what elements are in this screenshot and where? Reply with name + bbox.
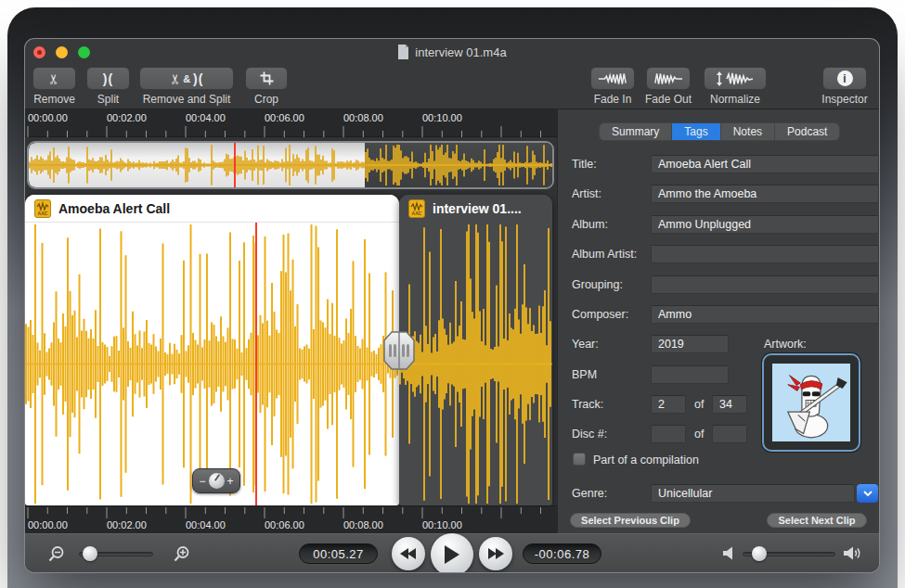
fade-out-icon (653, 71, 684, 86)
remove-and-split-tool[interactable]: ✂ & )( Remove and Split (139, 67, 234, 106)
ruler-label: 00:08.00 (343, 112, 383, 123)
waveform-editor: 00:00.00 00:02.00 00:04.00 00:06.00 00:0… (25, 109, 557, 533)
composer-field[interactable] (651, 305, 879, 324)
disc-of-label: of (694, 428, 704, 441)
overview-waveform-right (365, 143, 554, 189)
clip-waveform-area[interactable] (25, 223, 399, 505)
elapsed-time-display: 00:05.27 (299, 543, 378, 564)
split-icon: )( (193, 71, 203, 86)
track-number-field[interactable] (651, 395, 686, 414)
ruler-label: 00:00.00 (28, 112, 68, 123)
fade-out-tool[interactable]: Fade Out (646, 67, 691, 106)
clip-header[interactable]: AAC interview 01.... (399, 195, 552, 223)
clip-waveform-area[interactable] (399, 223, 552, 505)
compilation-checkbox[interactable] (573, 453, 586, 466)
gain-knob[interactable] (209, 473, 225, 489)
artist-field[interactable] (651, 185, 879, 203)
split-icon: )( (103, 71, 113, 86)
year-field[interactable] (651, 335, 729, 353)
ruler-label: 00:08.00 (343, 519, 383, 530)
timeline-ruler-bottom[interactable]: 00:00.00 00:02.00 00:04.00 00:06.00 00:0… (25, 505, 557, 533)
genre-field-label: Genre: (572, 487, 607, 500)
play-button[interactable] (431, 533, 473, 572)
ruler-label: 00:06.00 (265, 519, 304, 530)
clip-gain-control[interactable]: − + (192, 468, 240, 493)
disc-number-field[interactable] (651, 425, 686, 443)
info-icon: i (837, 70, 853, 86)
track-of-label: of (694, 398, 704, 411)
fade-out-label: Fade Out (645, 93, 692, 106)
ruler-label: 00:02.00 (107, 112, 147, 123)
genre-dropdown-button[interactable] (857, 484, 878, 503)
normalize-icon (715, 71, 756, 86)
clip-amoeba-alert-call[interactable]: AAC Amoeba Alert Call − + (25, 195, 399, 505)
zoom-out-icon[interactable] (47, 545, 65, 563)
rewind-button[interactable] (392, 537, 425, 570)
tab-bar: Summary Tags Notes Podcast (599, 122, 840, 141)
fade-in-tool[interactable]: Fade In (590, 67, 635, 106)
select-previous-clip-button[interactable]: Select Previous Clip (570, 513, 691, 528)
grouping-field[interactable] (651, 275, 879, 294)
timeline-ruler-top[interactable]: 00:00.00 00:02.00 00:04.00 00:06.00 00:0… (25, 109, 557, 137)
title-group: interview 01.m4a (25, 39, 879, 65)
playhead[interactable] (255, 223, 257, 505)
disc-total-field[interactable] (712, 425, 747, 443)
ruler-label: 00:10.00 (422, 519, 462, 530)
split-tool[interactable]: )( Split (86, 67, 130, 106)
composer-field-label: Composer: (572, 308, 628, 321)
tab-tags[interactable]: Tags (671, 123, 719, 140)
tab-podcast[interactable]: Podcast (774, 123, 839, 140)
ruler-label: 00:04.00 (186, 112, 226, 123)
disc-field-label: Disc #: (572, 428, 607, 441)
album-field[interactable] (651, 215, 879, 234)
play-icon (444, 544, 460, 565)
window-title: interview 01.m4a (415, 45, 506, 59)
chevron-down-icon (863, 491, 873, 496)
aac-file-icon: AAC (34, 199, 51, 218)
scissors-icon: ✂ (45, 72, 62, 84)
ruler-ticks (25, 124, 557, 136)
fast-forward-button[interactable] (479, 537, 512, 570)
tab-summary[interactable]: Summary (600, 123, 671, 140)
app-window: interview 01.m4a ✂ Remove )( Split ✂ & )… (25, 39, 879, 572)
album-artist-field[interactable] (651, 245, 879, 263)
svg-text:AAC: AAC (412, 211, 422, 216)
title-field[interactable] (651, 155, 879, 173)
volume-low-icon[interactable] (723, 546, 735, 560)
remove-tool[interactable]: ✂ Remove (32, 67, 76, 106)
ruler-label: 00:04.00 (186, 519, 226, 530)
select-next-clip-button[interactable]: Select Next Clip (767, 513, 867, 528)
inspector-tool[interactable]: i Inspector (822, 67, 867, 106)
genre-field[interactable] (651, 484, 855, 503)
artwork-label: Artwork: (764, 338, 807, 351)
svg-text:AAC: AAC (38, 211, 48, 216)
ruler-ticks (25, 506, 557, 518)
volume-high-icon[interactable] (844, 545, 862, 561)
clip-interview-01[interactable]: AAC interview 01.... (399, 195, 552, 505)
clip-split-handle[interactable] (382, 330, 416, 371)
gain-plus-label[interactable]: + (227, 475, 234, 488)
document-icon (397, 45, 409, 59)
rewind-icon (400, 547, 417, 560)
gain-minus-label[interactable]: − (199, 475, 205, 488)
zoom-in-icon[interactable] (173, 545, 190, 563)
remove-label: Remove (33, 93, 75, 106)
overview-strip[interactable] (27, 141, 554, 189)
inspector-panel: Summary Tags Notes Podcast Title: Artist… (557, 109, 879, 533)
volume-slider-knob[interactable] (752, 546, 767, 561)
bpm-field[interactable] (651, 365, 729, 384)
overview-playhead[interactable] (234, 143, 236, 187)
overview-clip-left[interactable] (29, 143, 365, 187)
normalize-tool[interactable]: Normalize (704, 67, 767, 106)
clip-header[interactable]: AAC Amoeba Alert Call (25, 195, 399, 223)
fade-in-icon (597, 71, 628, 86)
clips-area: AAC Amoeba Alert Call − + AAC interview … (25, 195, 557, 505)
scissors-icon: ✂ (167, 72, 184, 84)
zoom-slider-knob[interactable] (83, 546, 97, 561)
crop-tool[interactable]: Crop (245, 67, 288, 106)
artwork-well[interactable] (762, 353, 860, 452)
tab-notes[interactable]: Notes (720, 123, 774, 140)
overview-clip-right[interactable] (365, 143, 554, 187)
artist-field-label: Artist: (572, 187, 601, 200)
track-total-field[interactable] (712, 395, 747, 414)
